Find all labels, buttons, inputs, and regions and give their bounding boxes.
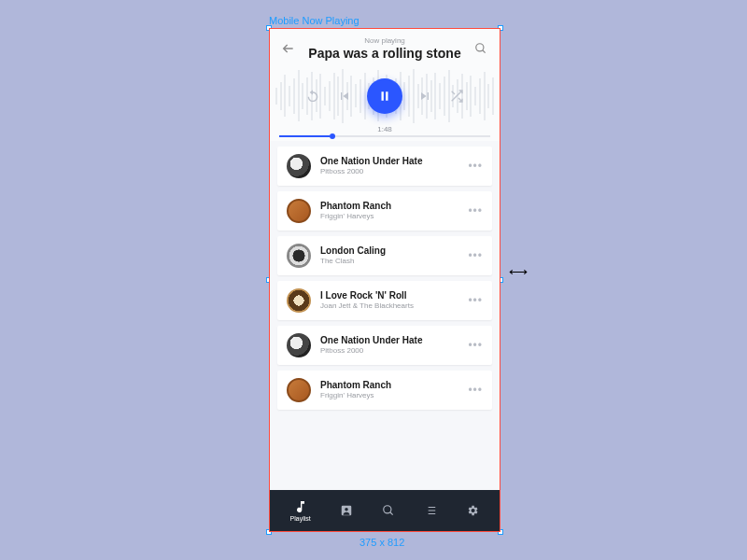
dimensions-label: 375 x 812: [359, 537, 404, 548]
pause-button[interactable]: [367, 78, 402, 114]
back-button[interactable]: [279, 39, 298, 58]
nav-artists[interactable]: [340, 504, 353, 517]
progress-area: 1:48: [270, 125, 500, 141]
nav-playlist[interactable]: Playlist: [290, 499, 311, 522]
music-note-icon: [293, 499, 308, 514]
track-title: One Nation Under Hate: [320, 335, 458, 345]
svg-point-2: [345, 508, 348, 511]
person-icon: [340, 504, 353, 517]
track-row[interactable]: One Nation Under HatePitboss 2000•••: [277, 147, 492, 186]
track-artist: Friggin' Harveys: [320, 391, 458, 399]
album-art: [287, 333, 311, 357]
svg-point-0: [476, 44, 484, 51]
album-art: [287, 199, 311, 223]
track-artist: Joan Jett & The Blackhearts: [320, 301, 458, 310]
track-artist: Pitboss 2000: [320, 167, 458, 175]
track-info: One Nation Under HatePitboss 2000: [320, 335, 458, 355]
list-icon: [424, 504, 437, 517]
track-artist: The Clash: [320, 257, 458, 265]
song-title: Papa was a rolling stone: [298, 46, 472, 62]
shuffle-button[interactable]: [447, 87, 466, 105]
next-button[interactable]: [416, 87, 434, 105]
track-info: I Love Rock 'N' RollJoan Jett & The Blac…: [320, 290, 458, 310]
track-title: One Nation Under Hate: [320, 156, 458, 166]
track-artist: Pitboss 2000: [320, 346, 458, 355]
track-info: London CalingThe Clash: [320, 245, 458, 265]
bottom-nav: Playlist: [270, 490, 500, 531]
album-art: [287, 378, 311, 402]
album-art: [287, 244, 311, 268]
track-row[interactable]: London CalingThe Clash•••: [277, 236, 492, 275]
track-artist: Friggin' Harveys: [320, 212, 458, 220]
track-list: One Nation Under HatePitboss 2000•••Phan…: [270, 141, 500, 473]
search-icon: [382, 504, 395, 517]
progress-bar[interactable]: [279, 135, 490, 137]
track-title: Phantom Ranch: [320, 201, 458, 211]
track-row[interactable]: Phantom RanchFriggin' Harveys•••: [277, 191, 492, 231]
waveform-area: [270, 67, 500, 125]
track-title: Phantom Ranch: [320, 380, 458, 390]
track-info: One Nation Under HatePitboss 2000: [320, 156, 458, 175]
mobile-frame: Now playing Papa was a rolling stone: [269, 28, 500, 532]
now-playing-overline: Now playing: [298, 36, 472, 45]
artboard-label: Mobile Now Playing: [269, 15, 359, 26]
more-button[interactable]: •••: [468, 339, 483, 352]
track-title: London Caling: [320, 245, 458, 256]
track-info: Phantom RanchFriggin' Harveys: [320, 201, 458, 220]
progress-thumb[interactable]: [330, 133, 335, 139]
track-info: Phantom RanchFriggin' Harveys: [320, 380, 458, 399]
more-button[interactable]: •••: [468, 160, 483, 173]
track-title: I Love Rock 'N' Roll: [320, 290, 458, 301]
resize-cursor-icon: ⟷: [509, 264, 528, 279]
more-button[interactable]: •••: [468, 249, 483, 262]
nav-search[interactable]: [382, 504, 395, 517]
gear-icon: [466, 504, 479, 517]
search-button[interactable]: [472, 39, 490, 58]
track-row[interactable]: Phantom RanchFriggin' Harveys•••: [277, 371, 492, 410]
more-button[interactable]: •••: [468, 294, 483, 307]
header: Now playing Papa was a rolling stone: [270, 29, 500, 67]
more-button[interactable]: •••: [468, 384, 483, 397]
nav-queue[interactable]: [424, 504, 437, 517]
elapsed-time: 1:48: [365, 125, 404, 133]
previous-button[interactable]: [335, 87, 354, 105]
track-row[interactable]: One Nation Under HatePitboss 2000•••: [277, 326, 492, 365]
nav-label: Playlist: [290, 515, 311, 522]
nav-settings[interactable]: [466, 504, 479, 517]
svg-point-3: [384, 506, 391, 513]
more-button[interactable]: •••: [468, 204, 483, 217]
replay-button[interactable]: [303, 87, 322, 105]
progress-fill: [279, 135, 330, 137]
track-row[interactable]: I Love Rock 'N' RollJoan Jett & The Blac…: [277, 281, 492, 320]
album-art: [287, 288, 311, 313]
album-art: [287, 154, 311, 178]
